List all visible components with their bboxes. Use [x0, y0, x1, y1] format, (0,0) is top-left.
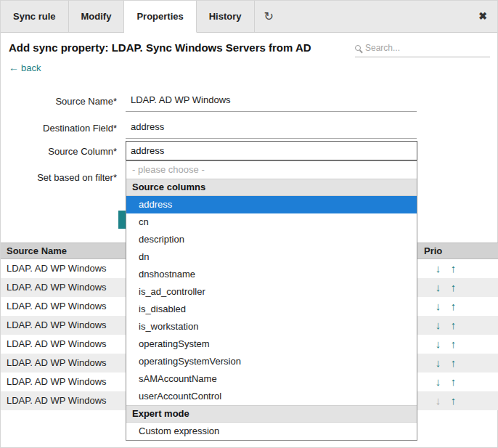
search-icon — [355, 45, 361, 51]
move-down-icon[interactable]: ↓ — [430, 372, 446, 391]
field-destination-field[interactable]: address — [126, 121, 417, 139]
label-destination-field: Destination Field* — [1, 123, 117, 134]
dropdown-option[interactable]: address — [126, 196, 417, 213]
close-icon[interactable]: ✖ — [468, 1, 497, 32]
dropdown-option[interactable]: operatingSystemVersion — [126, 353, 417, 370]
source-column-dropdown: - please choose - Source columns address… — [126, 160, 417, 441]
dropdown-option[interactable]: sAMAccountName — [126, 370, 417, 388]
search-box — [355, 43, 490, 57]
cell-source-name: LDAP. AD WP Windows — [7, 282, 107, 293]
tab-history[interactable]: History — [197, 1, 255, 32]
move-up-icon[interactable]: ↑ — [446, 297, 461, 316]
cell-source-name: LDAP. AD WP Windows — [7, 376, 107, 387]
dropdown-option[interactable]: userAccountControl — [126, 388, 417, 405]
prio-cell: ↓ ↑ — [430, 391, 461, 410]
page-title: Add sync property: LDAP. Sync Windows Se… — [9, 41, 311, 54]
cell-source-name: LDAP. AD WP Windows — [7, 263, 107, 274]
dropdown-group-header-source-columns: Source columns — [126, 179, 417, 196]
prio-cell: ↓ ↑ — [430, 354, 461, 372]
tab-properties[interactable]: Properties — [124, 1, 196, 33]
dropdown-option[interactable]: dn — [126, 248, 417, 266]
dropdown-option[interactable]: is_ad_controller — [126, 283, 417, 301]
move-up-icon[interactable]: ↑ — [446, 278, 461, 297]
tab-modify[interactable]: Modify — [69, 1, 125, 32]
cell-source-name: LDAP. AD WP Windows — [7, 338, 107, 349]
label-set-based-on-filter: Set based on filter* — [1, 172, 117, 183]
prio-cell: ↓ ↑ — [430, 259, 461, 278]
move-up-icon[interactable]: ↑ — [446, 335, 461, 354]
move-up-icon[interactable]: ↑ — [446, 354, 461, 372]
move-down-icon[interactable]: ↓ — [430, 335, 446, 354]
column-header-source-name[interactable]: Source Name — [1, 245, 67, 256]
prio-cell: ↓ ↑ — [430, 278, 461, 297]
field-source-column-input[interactable] — [126, 141, 417, 160]
dropdown-option[interactable]: is_workstation — [126, 318, 417, 335]
refresh-icon[interactable]: ↻ — [255, 1, 283, 32]
label-source-name: Source Name* — [1, 96, 117, 107]
dropdown-group-header-expert-mode: Expert mode — [126, 405, 417, 423]
prio-cell: ↓ ↑ — [430, 297, 461, 316]
back-arrow-icon: ← — [9, 62, 19, 73]
move-down-icon[interactable]: ↓ — [430, 316, 446, 335]
back-label: back — [21, 62, 41, 73]
column-header-prio[interactable]: Prio — [424, 243, 442, 258]
tab-sync-rule[interactable]: Sync rule — [1, 1, 69, 32]
dropdown-option[interactable]: description — [126, 231, 417, 248]
cell-source-name: LDAP. AD WP Windows — [7, 319, 107, 330]
move-down-icon[interactable]: ↓ — [430, 354, 446, 372]
move-down-icon[interactable]: ↓ — [430, 391, 446, 410]
prio-cell: ↓ ↑ — [430, 316, 461, 335]
move-up-icon[interactable]: ↑ — [446, 391, 461, 410]
cell-source-name: LDAP. AD WP Windows — [7, 395, 107, 406]
search-input[interactable] — [365, 43, 474, 53]
field-source-name[interactable]: LDAP. AD WP Windows — [126, 94, 417, 112]
prio-cell: ↓ ↑ — [430, 372, 461, 391]
move-down-icon[interactable]: ↓ — [430, 259, 446, 278]
obscured-button-fragment[interactable] — [118, 211, 126, 229]
move-down-icon[interactable]: ↓ — [430, 278, 446, 297]
move-up-icon[interactable]: ↑ — [446, 259, 461, 278]
prio-cell: ↓ ↑ — [430, 335, 461, 354]
dropdown-option[interactable]: operatingSystem — [126, 335, 417, 353]
move-down-icon[interactable]: ↓ — [430, 297, 446, 316]
dropdown-option[interactable]: dnshostname — [126, 266, 417, 283]
back-link[interactable]: ←back — [9, 62, 41, 73]
dropdown-option[interactable]: is_disabled — [126, 301, 417, 318]
cell-source-name: LDAP. AD WP Windows — [7, 357, 107, 368]
label-source-column: Source Column* — [1, 146, 117, 157]
dropdown-placeholder-option[interactable]: - please choose - — [126, 161, 417, 179]
tab-bar: Sync rule Modify Properties History ↻ ✖ — [1, 1, 497, 33]
move-up-icon[interactable]: ↑ — [446, 372, 461, 391]
cell-source-name: LDAP. AD WP Windows — [7, 301, 107, 311]
sync-editor-window: Sync rule Modify Properties History ↻ ✖ … — [0, 0, 498, 448]
move-up-icon[interactable]: ↑ — [446, 316, 461, 335]
dropdown-option[interactable]: cn — [126, 213, 417, 231]
dropdown-option[interactable]: Custom expression — [126, 423, 417, 440]
